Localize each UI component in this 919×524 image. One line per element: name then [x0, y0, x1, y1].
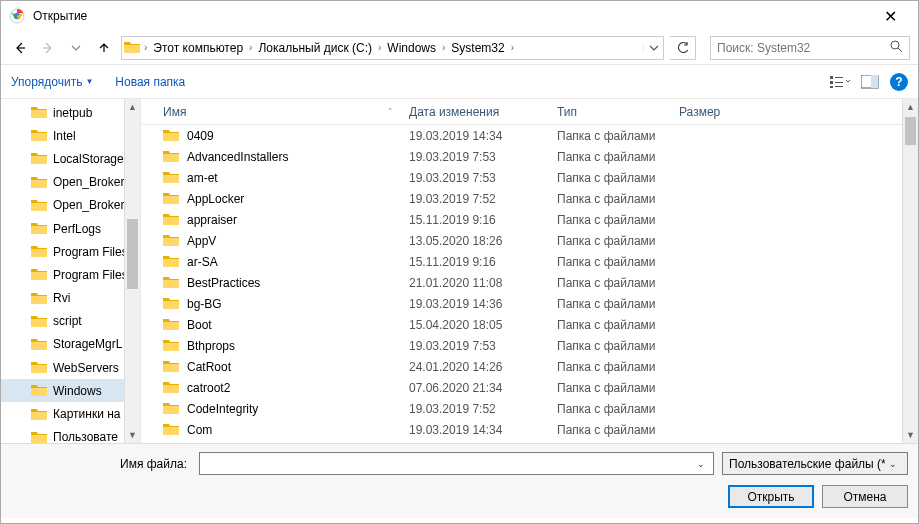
tree-item[interactable]: script [1, 310, 140, 333]
file-row[interactable]: 040919.03.2019 14:34Папка с файлами [155, 125, 918, 146]
tree-item[interactable]: StorageMgrL [1, 333, 140, 356]
file-row[interactable]: CatRoot24.01.2020 14:26Папка с файлами [155, 356, 918, 377]
close-button[interactable]: ✕ [870, 7, 910, 26]
list-scrollbar[interactable]: ▲ ▼ [902, 99, 918, 443]
search-input[interactable] [717, 41, 890, 55]
organize-menu[interactable]: Упорядочить▼ [11, 75, 93, 89]
file-row[interactable]: appraiser15.11.2019 9:16Папка с файлами [155, 209, 918, 230]
file-type: Папка с файлами [549, 381, 671, 395]
tree-item[interactable]: Rvi [1, 287, 140, 310]
nav-back-button[interactable] [9, 37, 31, 59]
tree-item[interactable]: WebServers [1, 356, 140, 379]
scroll-down-icon[interactable]: ▼ [903, 427, 918, 443]
breadcrumb-segment[interactable]: Этот компьютер [149, 37, 247, 59]
tree-item[interactable]: Windows [1, 379, 140, 402]
file-row[interactable]: AppV13.05.2020 18:26Папка с файлами [155, 230, 918, 251]
svg-rect-10 [871, 75, 878, 88]
file-date: 19.03.2019 7:53 [401, 150, 549, 164]
tree-item[interactable]: Open_Broker [1, 171, 140, 194]
file-row[interactable]: AdvancedInstallers19.03.2019 7:53Папка с… [155, 146, 918, 167]
file-row[interactable]: BestPractices21.01.2020 11:08Папка с фай… [155, 272, 918, 293]
file-row[interactable]: ar-SA15.11.2019 9:16Папка с файлами [155, 251, 918, 272]
preview-pane-button[interactable] [856, 71, 884, 93]
svg-rect-4 [830, 81, 833, 84]
file-type: Папка с файлами [549, 234, 671, 248]
chevron-down-icon[interactable]: ⌄ [885, 459, 901, 469]
chevron-down-icon[interactable]: ⌄ [693, 459, 709, 469]
chevron-right-icon: › [440, 42, 447, 53]
tree-item-label: PerfLogs [53, 222, 101, 236]
svg-rect-3 [830, 76, 833, 79]
file-list-pane: Имя˄ Дата изменения Тип Размер 040919.03… [141, 99, 918, 443]
cancel-button[interactable]: Отмена [822, 485, 908, 508]
tree-item[interactable]: Картинки на [1, 402, 140, 425]
tree-item[interactable]: Program Files [1, 263, 140, 286]
file-row[interactable]: Com19.03.2019 14:34Папка с файлами [155, 419, 918, 440]
tree-item[interactable]: PerfLogs [1, 217, 140, 240]
file-date: 19.03.2019 14:34 [401, 129, 549, 143]
file-row[interactable]: Bthprops19.03.2019 7:53Папка с файлами [155, 335, 918, 356]
tree-item-label: Program Files [53, 245, 128, 259]
address-bar[interactable]: › Этот компьютер›Локальный диск (C:)›Win… [121, 36, 664, 60]
tree-item[interactable]: inetpub [1, 101, 140, 124]
file-name: AdvancedInstallers [187, 150, 288, 164]
file-row[interactable]: AppLocker19.03.2019 7:52Папка с файлами [155, 188, 918, 209]
breadcrumb-segment[interactable]: Windows [383, 37, 440, 59]
view-options-button[interactable] [826, 71, 854, 93]
titlebar: Открытие ✕ [1, 1, 918, 31]
filename-input[interactable] [204, 457, 693, 471]
search-box[interactable] [710, 36, 910, 60]
toolbar: Упорядочить▼ Новая папка ? [1, 65, 918, 99]
svg-point-2 [891, 41, 899, 49]
column-type[interactable]: Тип [549, 105, 671, 119]
tree-item-label: WebServers [53, 361, 119, 375]
file-row[interactable]: am-et19.03.2019 7:53Папка с файлами [155, 167, 918, 188]
column-name[interactable]: Имя˄ [155, 105, 401, 119]
scroll-up-icon[interactable]: ▲ [125, 99, 140, 115]
address-dropdown[interactable] [643, 43, 663, 53]
scroll-thumb[interactable] [127, 219, 138, 289]
tree-scrollbar[interactable]: ▲ ▼ [124, 99, 140, 443]
file-row[interactable]: CodeIntegrity19.03.2019 7:52Папка с файл… [155, 398, 918, 419]
file-name: bg-BG [187, 297, 222, 311]
tree-item-label: script [53, 314, 82, 328]
nav-forward-button[interactable] [37, 37, 59, 59]
tree-item-label: Intel [53, 129, 76, 143]
scroll-down-icon[interactable]: ▼ [125, 427, 140, 443]
window-title: Открытие [33, 9, 870, 23]
tree-item[interactable]: LocalStorage [1, 147, 140, 170]
tree-item-label: Program Files [53, 268, 128, 282]
tree-item[interactable]: Пользовате [1, 426, 140, 443]
scroll-up-icon[interactable]: ▲ [903, 99, 918, 115]
file-name: BestPractices [187, 276, 260, 290]
breadcrumb-segment[interactable]: Локальный диск (C:) [254, 37, 376, 59]
folder-icon [122, 41, 142, 54]
file-row[interactable]: bg-BG19.03.2019 14:36Папка с файлами [155, 293, 918, 314]
folder-tree[interactable]: inetpubIntelLocalStorageOpen_BrokerOpen_… [1, 99, 141, 443]
scroll-thumb[interactable] [905, 117, 916, 145]
filename-combo[interactable]: ⌄ [199, 452, 714, 475]
file-name: appraiser [187, 213, 237, 227]
tree-item-label: LocalStorage [53, 152, 124, 166]
file-name: am-et [187, 171, 218, 185]
open-button[interactable]: Открыть [728, 485, 814, 508]
chevron-right-icon: › [247, 42, 254, 53]
tree-item[interactable]: Program Files [1, 240, 140, 263]
file-type-filter[interactable]: Пользовательские файлы (*.jp ⌄ [722, 452, 908, 475]
column-headers[interactable]: Имя˄ Дата изменения Тип Размер [141, 99, 918, 125]
column-size[interactable]: Размер [671, 105, 751, 119]
help-button[interactable]: ? [890, 73, 908, 91]
new-folder-button[interactable]: Новая папка [115, 75, 185, 89]
tree-item[interactable]: Open_Broker [1, 194, 140, 217]
filter-label: Пользовательские файлы (*.jp [729, 457, 885, 471]
refresh-button[interactable] [670, 36, 696, 60]
nav-recent-dropdown[interactable] [65, 37, 87, 59]
breadcrumb-segment[interactable]: System32 [447, 37, 508, 59]
nav-up-button[interactable] [93, 37, 115, 59]
file-date: 19.03.2019 7:52 [401, 402, 549, 416]
file-row[interactable]: Boot15.04.2020 18:05Папка с файлами [155, 314, 918, 335]
file-name: CodeIntegrity [187, 402, 258, 416]
column-date[interactable]: Дата изменения [401, 105, 549, 119]
tree-item[interactable]: Intel [1, 124, 140, 147]
file-row[interactable]: catroot207.06.2020 21:34Папка с файлами [155, 377, 918, 398]
